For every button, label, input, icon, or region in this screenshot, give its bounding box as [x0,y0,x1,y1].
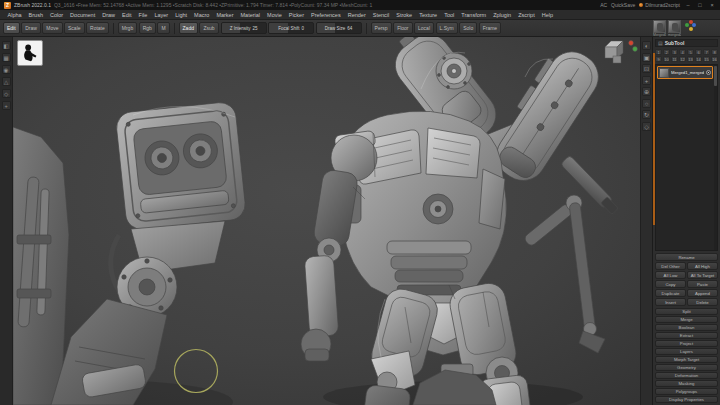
menu-item[interactable]: Preferences [308,12,345,18]
toolbar-slider[interactable]: Z Intensity 25 [221,22,267,34]
menu-item[interactable]: Draw [99,12,119,18]
right-shelf-icon[interactable]: ○ [642,99,651,108]
menu-item[interactable]: Help [538,12,556,18]
quick-select-cell[interactable]: 16 [711,56,718,62]
menu-item[interactable]: Zscript [515,12,539,18]
left-shelf-icon[interactable]: ◉ [2,65,11,74]
tool-section-button[interactable]: Project [655,340,718,347]
view-toggle-button[interactable]: Floor [393,22,412,34]
paint-mode-button[interactable]: Mrgb [118,22,137,34]
mode-button[interactable]: Draw [21,22,41,34]
user-chip[interactable]: Dilmurad2script [639,2,680,8]
tool-section-button[interactable]: Geometry [655,364,718,371]
left-shelf-icon[interactable]: ◧ [2,41,11,50]
subtool-action-button[interactable]: All High [687,262,718,270]
left-shelf-icon[interactable]: ◇ [2,89,11,98]
tool-section-button[interactable]: Display Properties [655,396,718,403]
left-shelf-icon[interactable]: △ [2,77,11,86]
mode-button[interactable]: Edit [3,22,20,34]
right-shelf-icon[interactable]: ◇ [642,122,651,131]
sculpt-mode-button[interactable]: Zsub [199,22,218,34]
subtool-action-button[interactable]: Paste [687,280,718,288]
subtool-action-button[interactable]: Copy [655,280,686,288]
quick-select-cell[interactable]: 13 [687,56,694,62]
toolbar-slider[interactable]: Draw Size 64 [316,22,362,34]
subtool-action-button[interactable]: Del Other [655,262,686,270]
menu-item[interactable]: Document [67,12,99,18]
left-shelf-icon[interactable]: + [2,101,11,110]
menu-item[interactable]: Brush [25,12,46,18]
menu-item[interactable]: Zplugin [490,12,515,18]
viewport-scene[interactable] [13,37,640,405]
tool-thumbnail-secondary[interactable] [668,20,681,33]
menu-item[interactable]: Movie [264,12,286,18]
menu-item[interactable]: Light [172,12,191,18]
menu-item[interactable]: Picker [285,12,307,18]
subtool-item-active[interactable]: Merged1_merged2 [657,66,713,79]
right-shelf-icon[interactable]: + [642,76,651,85]
minimize-button[interactable]: – [684,0,692,10]
paint-mode-button[interactable]: M [157,22,169,34]
right-shelf-icon[interactable]: ▣ [642,53,651,62]
brush-preview[interactable] [17,40,43,66]
right-shelf-icon[interactable]: ↻ [642,110,651,119]
quick-select-cell[interactable]: 7 [703,49,710,55]
menu-item[interactable]: Color [46,12,66,18]
menu-item[interactable]: Render [344,12,369,18]
scrollbar-thumb[interactable] [714,66,717,86]
maximize-button[interactable]: □ [696,0,704,10]
quick-select-cell[interactable]: 14 [695,56,702,62]
quick-select-cell[interactable]: 12 [679,56,686,62]
quick-select-cell[interactable]: 11 [671,56,678,62]
quick-select-cell[interactable]: 5 [687,49,694,55]
quick-select-cell[interactable]: 15 [703,56,710,62]
quick-select-cell[interactable]: 1 [655,49,662,55]
view-toggle-button[interactable]: Persp [371,22,392,34]
tool-section-button[interactable]: Polygroups [655,388,718,395]
subtool-action-button[interactable]: All Low [655,271,686,279]
menu-item[interactable]: Marker [213,12,237,18]
tool-thumbnail[interactable] [653,20,666,33]
tool-section-button[interactable]: Layers [655,348,718,355]
menu-item[interactable]: Alpha [4,12,25,18]
menu-item[interactable]: Tool [441,12,458,18]
right-shelf-icon[interactable]: ⊕ [642,87,651,96]
quick-select-cell[interactable]: 6 [695,49,702,55]
menu-item[interactable]: Macro [191,12,213,18]
menu-item[interactable]: Transform [458,12,490,18]
axis-x-dot[interactable] [629,41,634,46]
mode-button[interactable]: Move [42,22,62,34]
view-toggle-button[interactable]: Frame [479,22,501,34]
menu-item[interactable]: Stencil [369,12,393,18]
mode-button[interactable]: Scale [64,22,85,34]
menu-item[interactable]: Layer [151,12,172,18]
tool-section-button[interactable]: Deformation [655,372,718,379]
quick-select-cell[interactable]: 3 [671,49,678,55]
paint-mode-button[interactable]: Rgb [139,22,156,34]
tool-section-button[interactable]: Split [655,308,718,315]
view-toggle-button[interactable]: Solo [459,22,477,34]
mode-button[interactable]: Rotate [86,22,109,34]
subtool-action-button[interactable]: Rename [655,253,718,261]
subtool-list[interactable]: Merged1_merged2 [655,64,718,251]
subtool-action-button[interactable]: All To Target [687,271,718,279]
menu-item[interactable]: Stroke [393,12,416,18]
tool-section-button[interactable]: Merge [655,316,718,323]
close-button[interactable]: × [708,0,716,10]
axis-y-dot[interactable] [633,47,638,52]
color-wheel-icon[interactable] [685,20,696,31]
subtool-header[interactable]: ▤ SubTool [655,39,718,47]
tool-section-button[interactable]: Boolean [655,324,718,331]
menu-item[interactable]: File [135,12,151,18]
toolbar-slider[interactable]: Focal Shift 0 [268,22,314,34]
view-toggle-button[interactable]: Local [414,22,434,34]
visibility-eye-icon[interactable] [706,70,711,75]
quick-select-cell[interactable]: 10 [663,56,670,62]
subtool-scrollbar[interactable] [714,65,717,250]
subtool-action-button[interactable]: Delete [687,298,718,306]
quicksave-button[interactable]: QuickSave [611,2,635,8]
menu-item[interactable]: Material [237,12,264,18]
left-shelf-icon[interactable]: ▦ [2,53,11,62]
subtool-action-button[interactable]: Insert [655,298,686,306]
subtool-action-button[interactable]: Append [687,289,718,297]
